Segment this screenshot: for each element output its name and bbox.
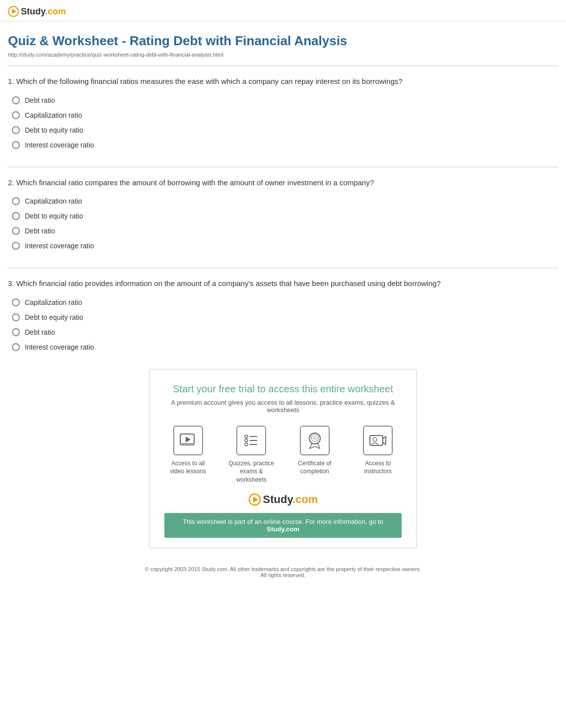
radio-button[interactable] bbox=[12, 126, 20, 134]
cta-icon-instructors: Access to instructors bbox=[354, 426, 402, 484]
video-icon-box bbox=[173, 426, 203, 455]
question-3-text: 3. Which financial ratio provides inform… bbox=[8, 278, 558, 290]
instructors-icon-box bbox=[363, 426, 393, 455]
cta-icon-certificate: Certificate of completion bbox=[291, 426, 339, 484]
cta-icon-video: Access to all video lessons bbox=[164, 426, 212, 484]
radio-button[interactable] bbox=[12, 242, 20, 250]
option-label: Capitalization ratio bbox=[25, 111, 82, 119]
svg-marker-18 bbox=[253, 497, 258, 503]
header: Study.com bbox=[0, 0, 566, 21]
quizzes-icon-box bbox=[236, 426, 266, 455]
svg-point-16 bbox=[373, 437, 377, 441]
cta-video-label: Access to all video lessons bbox=[164, 459, 212, 476]
question-2: 2. Which financial ratio compares the am… bbox=[8, 177, 558, 250]
svg-point-5 bbox=[245, 435, 248, 438]
cta-icons-row: Access to all video lessons Quizzes, pra… bbox=[164, 426, 402, 484]
radio-button[interactable] bbox=[12, 212, 20, 220]
radio-button[interactable] bbox=[12, 96, 20, 104]
q2-divider bbox=[8, 268, 558, 268]
list-item: Interest coverage ratio bbox=[12, 343, 558, 351]
option-label: Debt to equity ratio bbox=[25, 313, 83, 321]
question-3-options: Capitalization ratio Debt to equity rati… bbox=[8, 298, 558, 351]
main-content: Quiz & Worksheet - Rating Debt with Fina… bbox=[0, 21, 566, 594]
cta-banner-link[interactable]: Study.com bbox=[267, 525, 299, 533]
cta-subtitle: A premium account gives you access to al… bbox=[164, 399, 402, 414]
footer-copyright: © copyright 2003-2015 Study.com. All oth… bbox=[16, 566, 550, 572]
q1-divider bbox=[8, 167, 558, 167]
radio-button[interactable] bbox=[12, 111, 20, 119]
footer: © copyright 2003-2015 Study.com. All oth… bbox=[8, 558, 558, 586]
cta-banner: This worksheet is part of an online cour… bbox=[164, 513, 402, 538]
list-item: Debt ratio bbox=[12, 96, 558, 104]
cta-box: Start your free trial to access this ent… bbox=[149, 369, 417, 548]
option-label: Debt ratio bbox=[25, 328, 55, 336]
option-label: Capitalization ratio bbox=[25, 197, 82, 205]
question-1-text: 1. Which of the following financial rati… bbox=[8, 76, 558, 87]
footer-rights: All rights reserved. bbox=[16, 572, 550, 578]
cta-logo: Study.com bbox=[164, 493, 402, 506]
radio-button[interactable] bbox=[12, 313, 20, 321]
cta-title: Start your free trial to access this ent… bbox=[164, 383, 402, 395]
cta-quizzes-label: Quizzes, practice exams & worksheets bbox=[228, 459, 276, 484]
certificate-icon-box bbox=[300, 426, 330, 455]
quizzes-icon bbox=[242, 432, 260, 449]
radio-button[interactable] bbox=[12, 343, 20, 351]
radio-button[interactable] bbox=[12, 298, 20, 306]
list-item: Debt to equity ratio bbox=[12, 212, 558, 220]
list-item: Interest coverage ratio bbox=[12, 242, 558, 250]
study-logo-icon bbox=[8, 6, 19, 17]
list-item: Capitalization ratio bbox=[12, 111, 558, 119]
option-label: Interest coverage ratio bbox=[25, 343, 94, 351]
cta-banner-text: This worksheet is part of an online cour… bbox=[183, 518, 383, 525]
cta-instructors-label: Access to instructors bbox=[354, 459, 402, 476]
svg-point-7 bbox=[245, 439, 248, 442]
radio-button[interactable] bbox=[12, 141, 20, 149]
svg-point-13 bbox=[313, 436, 317, 440]
certificate-icon bbox=[305, 432, 325, 449]
list-item: Debt to equity ratio bbox=[12, 126, 558, 134]
instructors-icon bbox=[368, 432, 388, 449]
logo: Study.com bbox=[8, 6, 558, 17]
list-item: Capitalization ratio bbox=[12, 197, 558, 205]
option-label: Debt ratio bbox=[25, 227, 55, 235]
page-url: http://study.com/academy/practice/quiz-w… bbox=[8, 52, 558, 58]
cta-logo-text: Study.com bbox=[263, 493, 318, 506]
option-label: Debt to equity ratio bbox=[25, 212, 83, 220]
question-1: 1. Which of the following financial rati… bbox=[8, 76, 558, 149]
radio-button[interactable] bbox=[12, 197, 20, 205]
cta-icon-quizzes: Quizzes, practice exams & worksheets bbox=[228, 426, 276, 484]
svg-marker-15 bbox=[383, 437, 386, 444]
svg-marker-4 bbox=[186, 437, 191, 442]
radio-button[interactable] bbox=[12, 227, 20, 235]
list-item: Debt ratio bbox=[12, 328, 558, 336]
radio-button[interactable] bbox=[12, 328, 20, 336]
option-label: Debt ratio bbox=[25, 96, 55, 104]
list-item: Debt to equity ratio bbox=[12, 313, 558, 321]
svg-rect-3 bbox=[180, 443, 194, 445]
header-divider bbox=[8, 66, 558, 66]
option-label: Debt to equity ratio bbox=[25, 126, 83, 134]
question-2-options: Capitalization ratio Debt to equity rati… bbox=[8, 197, 558, 250]
logo-text: Study.com bbox=[21, 6, 66, 17]
question-2-text: 2. Which financial ratio compares the am… bbox=[8, 177, 558, 189]
option-label: Capitalization ratio bbox=[25, 298, 82, 306]
cta-logo-icon bbox=[248, 493, 261, 506]
video-icon bbox=[179, 433, 197, 448]
svg-point-9 bbox=[245, 443, 248, 446]
svg-marker-1 bbox=[12, 9, 16, 14]
list-item: Debt ratio bbox=[12, 227, 558, 235]
list-item: Interest coverage ratio bbox=[12, 141, 558, 149]
cta-certificate-label: Certificate of completion bbox=[291, 459, 339, 476]
question-1-options: Debt ratio Capitalization ratio Debt to … bbox=[8, 96, 558, 149]
option-label: Interest coverage ratio bbox=[25, 242, 94, 250]
list-item: Capitalization ratio bbox=[12, 298, 558, 306]
option-label: Interest coverage ratio bbox=[25, 141, 94, 149]
question-3: 3. Which financial ratio provides inform… bbox=[8, 278, 558, 351]
page-title: Quiz & Worksheet - Rating Debt with Fina… bbox=[8, 33, 558, 49]
